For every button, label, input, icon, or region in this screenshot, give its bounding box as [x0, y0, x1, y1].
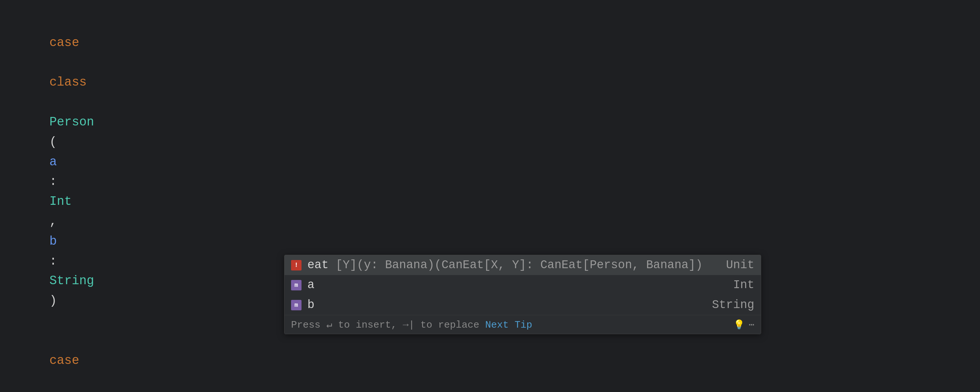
ac-method-name-eat: eat	[307, 258, 329, 272]
footer-icons: 💡 ⋯	[733, 319, 754, 330]
keyword-case2: case	[49, 354, 79, 368]
footer-hint: Press ↵ to insert, →| to replace Next Ti…	[291, 319, 733, 331]
ac-icon-b: m	[291, 300, 302, 310]
param-a1: a	[49, 155, 57, 169]
ac-label-eat: eat [Y](y: Banana)(CanEat[X, Y]: CanEat[…	[307, 258, 720, 272]
type-string1: String	[49, 274, 94, 288]
autocomplete-item-b[interactable]: m b String	[285, 295, 761, 315]
more-options-icon[interactable]: ⋯	[749, 319, 754, 330]
ac-label-a: a	[307, 278, 727, 292]
keyword-case: case	[49, 36, 79, 49]
autocomplete-item-a[interactable]: m a Int	[285, 275, 761, 295]
autocomplete-footer: Press ↵ to insert, →| to replace Next Ti…	[285, 315, 761, 334]
ac-icon-eat: !	[291, 260, 302, 271]
ac-type-int: Int	[733, 278, 754, 292]
footer-hint-text: Press ↵ to insert, →| to replace	[291, 319, 479, 331]
autocomplete-popup: ! eat [Y](y: Banana)(CanEat[X, Y]: CanEa…	[284, 255, 761, 334]
ac-label-b: b	[307, 298, 705, 312]
ac-method-sig: [Y](y: Banana)(CanEat[X, Y]: CanEat[Pers…	[336, 258, 702, 272]
keyword-class: class	[49, 75, 87, 89]
ac-type-string: String	[712, 298, 754, 312]
type-int1: Int	[49, 194, 72, 209]
ac-icon-a: m	[291, 280, 302, 290]
ac-type-unit: Unit	[726, 258, 754, 272]
autocomplete-item-eat[interactable]: ! eat [Y](y: Banana)(CanEat[X, Y]: CanEa…	[285, 255, 761, 275]
param-b1: b	[49, 234, 57, 248]
editor-area: case class Person ( a : Int , b : String…	[0, 0, 980, 392]
next-tip-button[interactable]: Next Tip	[485, 319, 532, 331]
class-name-person: Person	[49, 115, 94, 129]
bulb-icon: 💡	[733, 319, 745, 330]
code-line-2: case class Banana ( a : Int , b : String…	[20, 331, 960, 392]
